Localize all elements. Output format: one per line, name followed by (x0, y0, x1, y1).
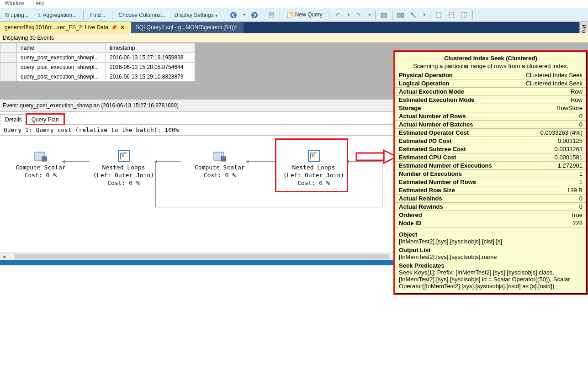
svg-point-5 (290, 12, 293, 16)
svg-rect-18 (356, 153, 384, 160)
tool-icon-2[interactable] (396, 11, 405, 20)
tooltip-object-value: [InMemTest2].[sys].[sysclsobjs].[clst] [… (395, 238, 586, 246)
toolbar-choose-columns[interactable]: Choose Columns... (116, 11, 168, 19)
scroll-left-icon[interactable]: ◀ (0, 254, 7, 259)
corner-cell (0, 43, 17, 53)
tab-sqlquery2[interactable]: SQLQuery2.sql - g...MOND\genemi (54))* (131, 22, 244, 33)
toolbar-display-settings[interactable]: Display Settings▼ (172, 11, 221, 19)
events-grid[interactable]: name timestamp query_post_execution_show… (0, 43, 195, 82)
svg-rect-7 (397, 13, 400, 17)
nav-back-dropdown[interactable]: ▼ (243, 13, 246, 17)
undo-icon[interactable]: ↶ (333, 11, 342, 20)
tooltip-outputlist-value: [InMemTest2].[sys].[sysclsobjs].name (395, 253, 586, 261)
svg-rect-9 (436, 12, 441, 18)
op-nested-loops-2[interactable]: Nested Loops (Left Outer Join) Cost: 0 % (281, 148, 347, 189)
tool-icon-4[interactable] (447, 11, 456, 20)
tool-icon-5[interactable] (460, 11, 469, 20)
toolbar: ⊞ uping... Σ Aggregation... Find... Choo… (0, 8, 588, 22)
close-icon[interactable]: ✕ (120, 24, 125, 31)
op-compute-scalar-2[interactable]: Compute Scalar Cost: 0 % (192, 148, 248, 181)
op-compute-scalar-1[interactable]: Compute Scalar Cost: 0 % (13, 148, 69, 181)
svg-rect-6 (381, 13, 387, 17)
tooltip-title: Clustered Index Seek (Clustered) (395, 54, 586, 63)
menu-window[interactable]: Window (5, 0, 24, 8)
tooltip-seek-label: Seek Predicates (395, 261, 586, 269)
svg-rect-8 (401, 13, 404, 17)
nav-forward-icon[interactable] (250, 11, 259, 20)
toolbar-new-query[interactable]: New Query (284, 11, 325, 20)
tooltip-desc: Scanning a particular range of rows from… (395, 63, 586, 71)
info-bar: Displaying 30 Events (0, 33, 588, 43)
tab-details[interactable]: Details (0, 114, 27, 125)
table-row[interactable]: query_post_execution_showpl... 2016-06-1… (0, 53, 195, 63)
svg-point-0 (230, 12, 237, 18)
toolbar-grouping[interactable]: ⊞ uping... (2, 11, 32, 19)
pin-icon[interactable]: 📌 (111, 25, 117, 31)
table-row[interactable]: query_post_execution_showpl... 2016-06-1… (0, 72, 195, 82)
col-name[interactable]: name (17, 43, 106, 53)
svg-point-1 (251, 12, 258, 18)
document-tabs: genemi4f\sql2016rc...xec_ES_2: Live Data… (0, 22, 588, 33)
menubar: Window Help (0, 0, 588, 8)
tooltip-seek-value: Seek Keys[1]: Prefix: [InMemTest2].[sys]… (395, 269, 586, 290)
tooltip-object-label: Object (395, 230, 586, 238)
operator-tooltip: Clustered Index Seek (Clustered) Scannin… (395, 52, 587, 294)
op-nested-loops-1[interactable]: Nested Loops (Left Outer Join) Cost: 0 % (90, 148, 157, 189)
svg-rect-16 (221, 157, 226, 161)
tooltip-outputlist-label: Output List (395, 246, 586, 253)
save-icon[interactable] (267, 11, 276, 20)
nav-back-icon[interactable] (229, 11, 238, 20)
annotation-arrow (355, 148, 398, 168)
wrench-icon[interactable]: 🔧 (409, 11, 418, 20)
redo-icon[interactable]: ↷ (354, 11, 363, 20)
tool-icon-1[interactable] (379, 11, 388, 20)
toolbar-find[interactable]: Find... (87, 11, 108, 19)
table-row[interactable]: query_post_execution_showpl... 2016-06-1… (0, 63, 195, 72)
col-timestamp[interactable]: timestamp (106, 43, 195, 53)
svg-rect-10 (449, 12, 454, 18)
tooltip-properties: Physical OperationClustered Index Seek L… (395, 71, 586, 227)
menu-help[interactable]: Help (33, 0, 45, 8)
svg-rect-3 (270, 16, 273, 17)
svg-rect-13 (42, 157, 47, 161)
tab-query-plan[interactable]: Query Plan (26, 114, 64, 125)
tab-live-data[interactable]: genemi4f\sql2016rc...xec_ES_2: Live Data… (0, 22, 131, 33)
tool-icon-3[interactable] (434, 11, 443, 20)
toolbar-aggregation[interactable]: Σ Aggregation... (35, 11, 79, 19)
scroll-thumb[interactable] (15, 254, 389, 259)
